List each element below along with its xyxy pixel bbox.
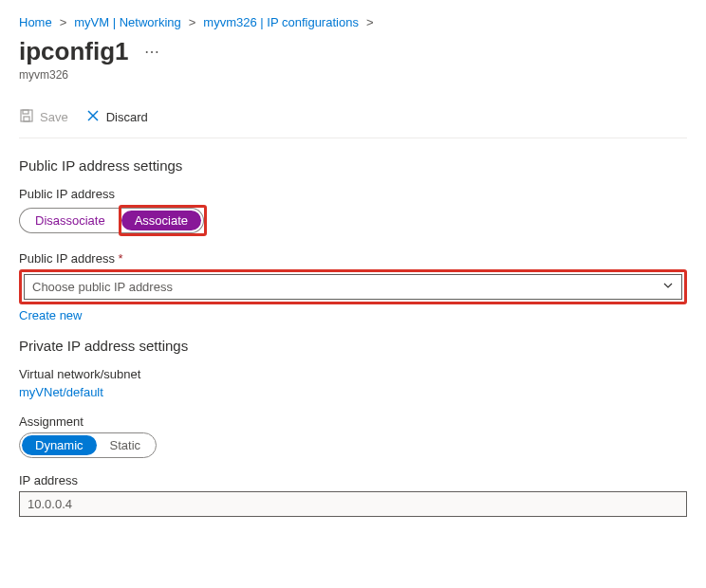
breadcrumb: Home > myVM | Networking > myvm326 | IP … xyxy=(19,15,687,29)
chevron-down-icon xyxy=(662,280,674,294)
chevron-right-icon: > xyxy=(60,15,67,29)
public-ip-toggle[interactable]: Disassociate xyxy=(19,208,119,233)
breadcrumb-vm-networking[interactable]: myVM | Networking xyxy=(74,15,180,29)
save-icon xyxy=(19,108,34,126)
static-option[interactable]: Static xyxy=(97,435,155,455)
private-ip-section-heading: Private IP address settings xyxy=(19,338,687,354)
assignment-label: Assignment xyxy=(19,414,687,429)
disassociate-option[interactable]: Disassociate xyxy=(22,211,119,230)
dropdown-placeholder: Choose public IP address xyxy=(32,280,173,294)
public-ip-dropdown-label: Public IP address * xyxy=(19,251,687,266)
close-icon xyxy=(85,108,101,126)
ip-address-label: IP address xyxy=(19,473,687,487)
save-label: Save xyxy=(40,110,68,124)
ip-address-input[interactable] xyxy=(19,491,687,517)
associate-highlight: Associate xyxy=(119,205,207,236)
create-new-public-ip-link[interactable]: Create new xyxy=(19,308,82,322)
public-ip-dropdown[interactable]: Choose public IP address xyxy=(24,274,682,300)
public-ip-dropdown-highlight: Choose public IP address xyxy=(19,269,687,304)
public-ip-address-label: Public IP address xyxy=(19,187,687,201)
public-ip-section-heading: Public IP address settings xyxy=(19,157,687,174)
chevron-right-icon: > xyxy=(189,15,196,29)
toolbar: Save Discard xyxy=(19,101,687,138)
more-actions-button[interactable]: ⋯ xyxy=(140,43,163,61)
discard-label: Discard xyxy=(106,110,148,124)
svg-rect-1 xyxy=(23,110,28,114)
breadcrumb-home[interactable]: Home xyxy=(19,15,52,29)
breadcrumb-ip-configurations[interactable]: myvm326 | IP configurations xyxy=(203,15,359,29)
page-subtitle: myvm326 xyxy=(19,68,687,82)
required-indicator: * xyxy=(119,251,123,266)
svg-rect-2 xyxy=(24,117,29,121)
page-title: ipconfig1 xyxy=(19,37,129,66)
discard-button[interactable]: Discard xyxy=(85,108,148,126)
dynamic-option[interactable]: Dynamic xyxy=(22,435,97,455)
associate-option[interactable]: Associate xyxy=(121,211,201,230)
vnet-subnet-label: Virtual network/subnet xyxy=(19,367,687,381)
chevron-right-icon: > xyxy=(366,15,374,29)
save-button[interactable]: Save xyxy=(19,108,68,126)
vnet-subnet-link[interactable]: myVNet/default xyxy=(19,385,103,399)
assignment-toggle[interactable]: Dynamic Static xyxy=(19,432,157,458)
